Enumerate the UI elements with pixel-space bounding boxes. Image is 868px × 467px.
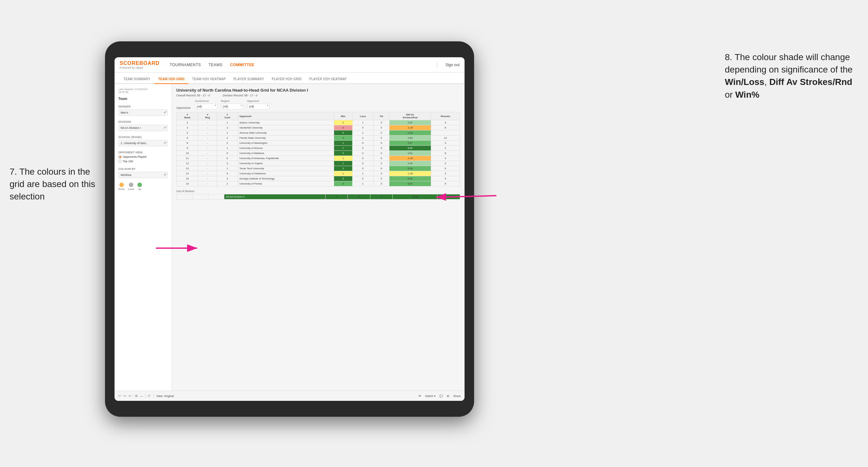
conference-select[interactable]: (All) xyxy=(195,104,217,110)
redo-icon[interactable]: ↪ xyxy=(123,394,126,398)
cell-tie: 0 xyxy=(374,120,390,125)
tab-player-h2h-grid[interactable]: PLAYER H2H GRID xyxy=(268,75,306,84)
cell-loss: 0 xyxy=(352,176,374,181)
tab-team-summary[interactable]: TEAM SUMMARY xyxy=(120,75,154,84)
table-row: 16 - 2 University of Florida 3 1 0 6.62 … xyxy=(177,181,460,186)
cell-rank: 2 xyxy=(177,120,198,125)
cell-opponent: University of Arizona xyxy=(238,146,334,151)
sidebar-colour-section: Colour by Win/loss xyxy=(118,167,168,178)
cell-loss: 0 xyxy=(352,141,374,146)
cell-reg: - xyxy=(198,166,217,171)
toolbar-view-label[interactable]: View: Original xyxy=(156,395,174,398)
color-dot-up xyxy=(137,183,142,187)
cell-diff: 4.50 xyxy=(390,176,431,181)
cell-opponent: Georgia Institute of Technology xyxy=(238,176,334,181)
logo-sub: Powered by clippd xyxy=(120,66,160,69)
col-reg: #Reg xyxy=(198,112,217,120)
sidebar: Last Updated: 27/03/2024 16:55:38 Team G… xyxy=(115,84,172,391)
cell-rounds: 9 xyxy=(431,166,460,171)
color-label-down: Down xyxy=(118,188,125,191)
dash-icon[interactable]: — xyxy=(140,394,143,398)
gender-field[interactable]: Men's xyxy=(118,110,168,116)
cell-reg: - xyxy=(198,176,217,181)
annotation-left: 7. The colours in the grid are based on … xyxy=(9,165,99,203)
table-row: 15 - 4 Georgia Institute of Technology 5… xyxy=(177,176,460,181)
opponent-view-label: Opponent View xyxy=(118,151,168,154)
cell-conf: 1 xyxy=(217,166,238,171)
division-field[interactable]: NCAA Division I xyxy=(118,125,168,131)
cell-rank: 10 xyxy=(177,151,198,156)
cell-loss: 2 xyxy=(352,135,374,141)
nav-teams[interactable]: TEAMS xyxy=(209,63,223,67)
cell-conf: 2 xyxy=(217,125,238,130)
cell-loss: 0 xyxy=(352,166,374,171)
sidebar-school-section: School (Rank) 1. University of Nort... xyxy=(118,135,168,146)
opponents-label: Opponents: xyxy=(176,106,191,110)
comment-icon[interactable]: 💬 xyxy=(439,395,443,398)
cell-diff: 2.33 xyxy=(390,161,431,166)
sign-out-link[interactable]: Sign out xyxy=(445,63,460,67)
color-legend: Down Level Up xyxy=(118,183,168,191)
cell-diff: 5.56 xyxy=(390,166,431,171)
table-row: 13 - 1 Texas Tech University 3 0 0 5.56 … xyxy=(177,166,460,171)
cell-win: 3 xyxy=(334,181,352,186)
col-diff: Diff AvStrokes/Rnd xyxy=(390,112,431,120)
col-rounds: Rounds xyxy=(431,112,460,120)
color-up: Up xyxy=(137,183,142,191)
forward-icon[interactable]: ⇥ xyxy=(128,394,131,398)
colour-by-field[interactable]: Win/loss xyxy=(118,172,168,178)
tab-team-h2h-grid[interactable]: TEAM H2H GRID xyxy=(154,75,188,84)
toolbar-icons: ↩ ↪ ⇥ ⊞ — ⏱ xyxy=(118,394,151,398)
undo-icon[interactable]: ↩ xyxy=(118,394,121,398)
cell-rank: 4 xyxy=(177,130,198,135)
conference-filter-wrapper: (All) xyxy=(195,103,217,110)
cell-reg: - xyxy=(198,130,217,135)
grid-content: University of North Carolina Head-to-Hea… xyxy=(172,84,465,391)
cell-tie: 0 xyxy=(374,135,390,141)
cell-conf: 4 xyxy=(217,176,238,181)
radio-top-100[interactable]: Top 100 xyxy=(118,160,168,163)
cell-rounds: 9 xyxy=(431,176,460,181)
watch-label[interactable]: Watch ▾ xyxy=(425,395,436,398)
share-label[interactable]: Share xyxy=(453,395,461,398)
tab-team-h2h-heatmap[interactable]: TEAM H2H HEATMAP xyxy=(188,75,230,84)
region-select[interactable]: (All) xyxy=(221,104,243,110)
opponent-filter-group: Opponent (All) xyxy=(247,100,270,110)
cell-conf: 2 xyxy=(217,181,238,186)
cell-conf: 1 xyxy=(217,130,238,135)
nav-tournaments[interactable]: TOURNAMENTS xyxy=(170,63,201,67)
school-field[interactable]: 1. University of Nort... xyxy=(118,140,168,146)
cell-loss: 1 xyxy=(352,130,374,135)
cell-conf: 5 xyxy=(217,151,238,156)
cell-rounds: 12 xyxy=(431,135,460,141)
grid-title: University of North Carolina Head-to-Hea… xyxy=(176,88,460,93)
tab-player-h2h-heatmap[interactable]: PLAYER H2H HEATMAP xyxy=(306,75,350,84)
cell-diff: -4.33 xyxy=(390,156,431,161)
radio-opponents-played[interactable]: Opponents Played xyxy=(118,155,168,158)
tab-player-summary[interactable]: PLAYER SUMMARY xyxy=(230,75,268,84)
nav-committee[interactable]: COMMITTEE xyxy=(230,63,254,67)
col-rank: #Rank xyxy=(177,112,198,120)
cell-rank: 14 xyxy=(177,171,198,176)
cell-diff: 1.83 xyxy=(390,135,431,141)
cell-tie: 0 xyxy=(374,125,390,130)
cell-reg: - xyxy=(198,171,217,176)
cell-conf: 0 xyxy=(217,171,238,176)
clock-icon[interactable]: ⏱ xyxy=(147,394,151,398)
cell-win: 3 xyxy=(334,166,352,171)
cell-conf: 2 xyxy=(217,135,238,141)
table-row: 11 - 6 University of Arkansas, Fayettevi… xyxy=(177,156,460,161)
school-label: School (Rank) xyxy=(118,135,168,139)
cell-diff: -1.00 xyxy=(390,171,431,176)
opponent-select[interactable]: (All) xyxy=(247,104,270,110)
cell-rank: 11 xyxy=(177,156,198,161)
cell-reg: - xyxy=(198,120,217,125)
layout-icon[interactable]: ⊞ xyxy=(447,395,449,398)
colour-by-label: Colour by xyxy=(118,167,168,170)
color-level: Level xyxy=(128,183,134,191)
region-filter-label: Region xyxy=(221,100,243,102)
copy-icon[interactable]: ⊞ xyxy=(135,394,138,398)
cell-loss: 4 xyxy=(352,125,374,130)
filters-row: Opponents: Conference (All) Region xyxy=(176,100,460,110)
out-win: 1 xyxy=(325,194,347,199)
